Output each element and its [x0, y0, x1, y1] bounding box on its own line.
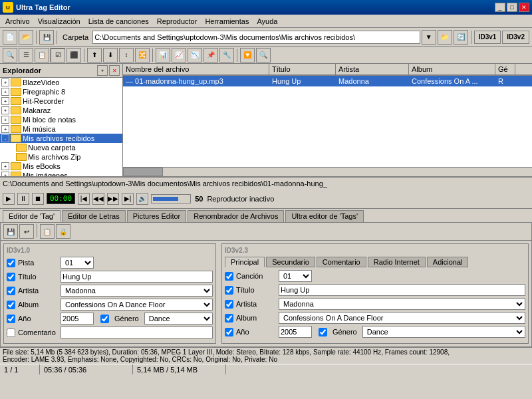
pista-checkbox[interactable]: [7, 259, 15, 267]
comentario-input[interactable]: [61, 327, 213, 338]
menu-archivo[interactable]: Archivo: [1, 16, 34, 27]
minimize-button[interactable]: _: [495, 3, 505, 12]
tag-lock-btn[interactable]: 🔒: [56, 224, 70, 239]
ano-input-v2[interactable]: [279, 326, 312, 338]
play-button[interactable]: ▶: [3, 193, 15, 205]
tb2-btn15[interactable]: 🔽: [240, 48, 255, 63]
tb2-btn9[interactable]: 🔀: [135, 48, 150, 63]
cancion-select[interactable]: 01: [279, 270, 312, 282]
id3v2-button[interactable]: ID3v2: [502, 31, 529, 44]
tree-item-mibloc[interactable]: + Mi bloc de notas: [0, 115, 122, 124]
maximize-button[interactable]: □: [507, 3, 517, 12]
tb2-btn12[interactable]: 📉: [188, 48, 202, 63]
tree-item-firegraphic[interactable]: + Firegraphic 8: [0, 87, 122, 96]
tb2-btn1[interactable]: 🔍: [3, 48, 17, 63]
rewind-button[interactable]: ◀◀: [92, 193, 104, 205]
tab-editor-letras[interactable]: Editor de Letras: [62, 210, 126, 222]
explorer-close[interactable]: ✕: [109, 65, 120, 76]
dropdown-arrow[interactable]: ▼: [422, 30, 436, 45]
tb2-btn5[interactable]: ⬛: [66, 48, 81, 63]
tb2-btn6[interactable]: ⬆: [87, 48, 102, 63]
browse-button[interactable]: 📁: [438, 30, 452, 45]
id3v2-tab-adicional[interactable]: Adicional: [427, 257, 469, 267]
comentario-checkbox[interactable]: [7, 329, 15, 337]
tb2-btn14[interactable]: 🔧: [219, 48, 234, 63]
ano-checkbox-v1[interactable]: [7, 315, 15, 323]
file-row[interactable]: — 01-madonna-hung_up.mp3 Hung Up Madonna…: [123, 76, 532, 86]
pause-button[interactable]: ⏸: [17, 193, 29, 205]
tab-editor-tag[interactable]: Editor de 'Tag': [3, 210, 61, 222]
id3v2-tab-principal[interactable]: Principal: [225, 257, 265, 267]
col-genero[interactable]: Gé: [495, 64, 515, 74]
artista-select-v1[interactable]: Madonna: [61, 285, 213, 297]
tb2-btn7[interactable]: ⬇: [103, 48, 118, 63]
tb2-btn8[interactable]: ↕: [119, 48, 134, 63]
tree-item-misarchivoszip[interactable]: Mis archivos Zip: [0, 152, 122, 162]
tree-item-blazevideo[interactable]: + BlazeVideo: [0, 78, 122, 87]
ano-input-v1[interactable]: [61, 313, 94, 325]
id3v2-tab-secundario[interactable]: Secundario: [266, 257, 315, 267]
genero-select-v1[interactable]: Dance: [144, 313, 213, 325]
tb2-btn11[interactable]: 📈: [172, 48, 186, 63]
path-input[interactable]: [92, 31, 420, 44]
id3v2-tab-radio[interactable]: Radio Internet: [368, 257, 426, 267]
tree-item-mimusica[interactable]: + Mi música: [0, 124, 122, 134]
tb2-btn4[interactable]: ☑: [51, 48, 65, 63]
tb2-btn13[interactable]: 📌: [203, 48, 218, 63]
id3v2-tab-comentario[interactable]: Comentario: [317, 257, 366, 267]
album-select-v1[interactable]: Confessions On A Dance Floor: [61, 299, 213, 311]
toggle-hitrecorder[interactable]: +: [1, 97, 9, 105]
titulo-checkbox-v2[interactable]: [225, 286, 233, 295]
titulo-input-v2[interactable]: [279, 284, 525, 296]
menu-herramientas[interactable]: Herramientas: [201, 16, 253, 27]
open-button[interactable]: 📂: [19, 30, 33, 45]
menu-lista[interactable]: Lista de canciones: [84, 16, 153, 27]
explorer-expand[interactable]: +: [97, 65, 108, 76]
menu-visualizacion[interactable]: Visualización: [34, 16, 84, 27]
next-button[interactable]: ▶|: [122, 193, 134, 205]
volume-slider[interactable]: [151, 194, 191, 203]
tag-save-btn[interactable]: 💾: [3, 224, 18, 239]
tree-item-nuevacarpeta[interactable]: Nueva carpeta: [0, 143, 122, 152]
col-filename[interactable]: Nombre del archivo: [123, 64, 269, 74]
toggle-misebooks[interactable]: +: [1, 162, 9, 170]
genero-select-v2[interactable]: Dance: [362, 326, 525, 338]
prev-button[interactable]: |◀: [78, 193, 90, 205]
menu-ayuda[interactable]: Ayuda: [253, 16, 281, 27]
close-button[interactable]: ✕: [519, 3, 529, 12]
artista-checkbox-v2[interactable]: [225, 300, 233, 309]
toggle-makaraz[interactable]: +: [1, 106, 9, 114]
forward-button[interactable]: ▶▶: [107, 193, 119, 205]
genero-checkbox-v2[interactable]: [319, 328, 327, 336]
toggle-mimusica[interactable]: +: [1, 125, 9, 133]
pista-select[interactable]: 01: [61, 257, 94, 269]
cancion-checkbox[interactable]: [225, 272, 233, 281]
col-titulo[interactable]: Título: [269, 64, 336, 74]
save-button[interactable]: 💾: [39, 30, 54, 45]
id3v1-button[interactable]: ID3v1: [474, 31, 501, 44]
tag-copy-btn[interactable]: 📋: [40, 224, 55, 239]
tree-item-hitrecorder[interactable]: + Hit-Recorder: [0, 96, 122, 106]
tree-item-misimagenes[interactable]: + Mis imágenes: [0, 171, 122, 176]
artista-select-v2[interactable]: Madonna: [279, 298, 525, 310]
genero-checkbox-v1[interactable]: [100, 315, 109, 323]
album-checkbox-v2[interactable]: [225, 314, 233, 323]
toggle-misimagenes[interactable]: +: [1, 172, 9, 176]
volume-icon[interactable]: 🔊: [136, 193, 148, 205]
tb2-btn2[interactable]: ☰: [19, 48, 33, 63]
toggle-mibloc[interactable]: +: [1, 116, 9, 124]
artista-checkbox-v1[interactable]: [7, 287, 15, 295]
tab-pictures[interactable]: Pictures Editor: [127, 210, 187, 222]
ano-checkbox-v2[interactable]: [225, 328, 233, 336]
tb2-filter[interactable]: 🔍: [256, 48, 271, 63]
stop-button[interactable]: ⏹: [32, 193, 44, 205]
titulo-checkbox-v1[interactable]: [7, 273, 15, 281]
tb2-btn3[interactable]: 📋: [35, 48, 49, 63]
menu-reproductor[interactable]: Reproductor: [153, 16, 201, 27]
album-checkbox-v1[interactable]: [7, 301, 15, 309]
tree-item-makaraz[interactable]: + Makaraz: [0, 106, 122, 115]
tree-item-misarchivos[interactable]: - Mis archivos recibidos: [0, 134, 122, 143]
toggle-blazevideo[interactable]: +: [1, 78, 9, 86]
col-album[interactable]: Album: [409, 64, 495, 74]
titulo-input-v1[interactable]: [61, 271, 213, 283]
